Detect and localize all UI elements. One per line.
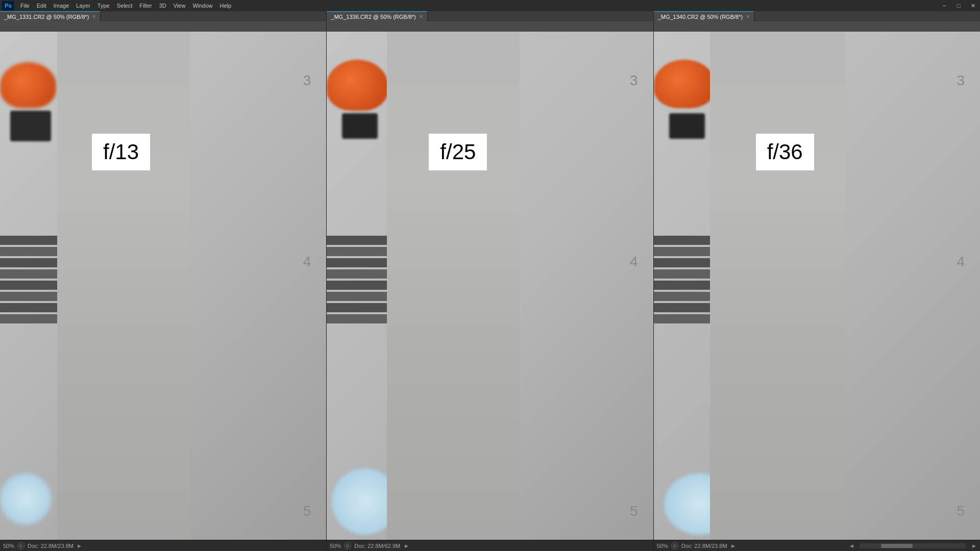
- ruler-5-panel3: 5: [957, 503, 965, 519]
- status-arrow-2[interactable]: ▶: [403, 543, 409, 549]
- status-icon-2[interactable]: ⊙: [344, 542, 351, 549]
- status-zoom-2: 50%: [330, 543, 341, 549]
- tab-label-3: _MG_1340.CR2 @ 50% (RGB/8*): [658, 14, 743, 20]
- panel-3: 3 4 5 f/36: [654, 21, 980, 540]
- stripes-left-1: [0, 236, 61, 363]
- ruler-3-panel2: 3: [630, 72, 638, 89]
- maximize-button[interactable]: □: [951, 0, 966, 11]
- dark-object-1: [10, 111, 51, 141]
- gray-column-3: [710, 32, 845, 540]
- canvas-2[interactable]: 3 4 5 f/25: [327, 21, 653, 540]
- photo-container-2: 3 4 5 f/25: [327, 32, 653, 540]
- menu-filter[interactable]: Filter: [136, 2, 155, 10]
- orange-object-2: [327, 60, 388, 111]
- fstop-label-1: f/13: [92, 134, 150, 170]
- status-bar: 50% ⊙ Doc: 22.8M/23.8M ▶ 50% ⊙ Doc: 22.8…: [0, 540, 980, 551]
- status-icon-1[interactable]: ⊙: [17, 542, 24, 549]
- close-button[interactable]: ✕: [966, 0, 980, 11]
- status-arrow-3[interactable]: ▶: [730, 543, 737, 549]
- status-panel-3: 50% ⊙ Doc: 22.8M/23.8M ▶ ◀ ▶: [654, 540, 980, 552]
- menu-help[interactable]: Help: [217, 2, 235, 10]
- menu-window[interactable]: Window: [189, 2, 215, 10]
- fstop-label-2: f/25: [429, 134, 487, 170]
- photo-container-1: 3 4 5 f/13: [0, 32, 326, 540]
- dark-object-3: [669, 113, 705, 139]
- photo-container-3: 3 4 5 f/36: [654, 32, 980, 540]
- menu-select[interactable]: Select: [114, 2, 136, 10]
- status-icon-3[interactable]: ⊙: [671, 542, 678, 549]
- ruler-5-panel1: 5: [303, 503, 311, 519]
- dark-object-2: [342, 113, 378, 139]
- tab-label-1: _MG_1331.CR2 @ 50% (RGB/8*): [4, 14, 89, 20]
- panel-1: 3 4 5 f/13: [0, 21, 327, 540]
- status-doc-3: Doc: 22.8M/23.8M: [681, 543, 727, 549]
- ruler-4-panel3: 4: [957, 254, 965, 270]
- ruler-3-panel1: 3: [303, 72, 311, 89]
- ruler-3-panel3: 3: [957, 72, 965, 89]
- tab-close-1[interactable]: ✕: [92, 14, 96, 19]
- scroll-right-btn[interactable]: ▶: [971, 543, 977, 549]
- status-panel-1: 50% ⊙ Doc: 22.8M/23.8M ▶: [0, 540, 327, 552]
- status-zoom-3: 50%: [657, 543, 668, 549]
- orange-object-1: [0, 62, 56, 108]
- tab-section-2: _MG_1336.CR2 @ 50% (RGB/8*) ✕: [327, 11, 653, 21]
- gray-column-2: [387, 32, 520, 540]
- tab-section-1: _MG_1331.CR2 @ 50% (RGB/8*) ✕: [0, 11, 327, 21]
- tab-panel-2[interactable]: _MG_1336.CR2 @ 50% (RGB/8*) ✕: [327, 11, 427, 21]
- status-doc-1: Doc: 22.8M/23.8M: [28, 543, 74, 549]
- tab-label-2: _MG_1336.CR2 @ 50% (RGB/8*): [331, 14, 415, 20]
- status-doc-2: Doc: 22.8M/62.9M: [354, 543, 400, 549]
- ruler-4-panel2: 4: [630, 254, 638, 270]
- ps-logo: Ps: [2, 1, 14, 10]
- menu-edit[interactable]: Edit: [34, 2, 50, 10]
- bottom-obj-1: [0, 473, 51, 524]
- orange-object-3: [654, 60, 715, 108]
- tab-panel-3[interactable]: _MG_1340.CR2 @ 50% (RGB/8*) ✕: [654, 11, 754, 21]
- menu-file[interactable]: File: [17, 2, 33, 10]
- menu-view[interactable]: View: [170, 2, 189, 10]
- window-controls: − □ ✕: [937, 0, 980, 11]
- fstop-label-3: f/36: [756, 134, 814, 170]
- tab-section-3: _MG_1340.CR2 @ 50% (RGB/8*) ✕: [654, 11, 980, 21]
- scroll-left-btn[interactable]: ◀: [848, 543, 854, 549]
- menu-type[interactable]: Type: [94, 2, 113, 10]
- tab-close-3[interactable]: ✕: [746, 14, 750, 19]
- panel-2: 3 4 5 f/25: [327, 21, 653, 540]
- scrollbar-3[interactable]: [860, 543, 966, 548]
- minimize-button[interactable]: −: [937, 0, 951, 11]
- menu-bar: Ps File Edit Image Layer Type Select Fil…: [0, 0, 980, 11]
- menu-image[interactable]: Image: [51, 2, 72, 10]
- ruler-4-panel1: 4: [303, 254, 311, 270]
- status-zoom-1: 50%: [3, 543, 14, 549]
- status-arrow-1[interactable]: ▶: [77, 543, 83, 549]
- gray-column-1: [57, 32, 190, 540]
- tab-close-2[interactable]: ✕: [419, 14, 423, 19]
- scrollbar-thumb-3: [881, 544, 913, 548]
- status-panel-2: 50% ⊙ Doc: 22.8M/62.9M ▶: [327, 540, 653, 552]
- canvas-1[interactable]: 3 4 5 f/13: [0, 21, 326, 540]
- canvas-3[interactable]: 3 4 5 f/36: [654, 21, 980, 540]
- menu-3d[interactable]: 3D: [156, 2, 169, 10]
- tab-panel-1[interactable]: _MG_1331.CR2 @ 50% (RGB/8*) ✕: [0, 11, 101, 21]
- tab-row: _MG_1331.CR2 @ 50% (RGB/8*) ✕ _MG_1336.C…: [0, 11, 980, 21]
- stripes-left-2: [327, 236, 388, 363]
- stripes-left-3: [654, 236, 715, 363]
- menu-layer[interactable]: Layer: [73, 2, 93, 10]
- panels-container: 3 4 5 f/13: [0, 21, 980, 540]
- ruler-5-panel2: 5: [630, 503, 638, 519]
